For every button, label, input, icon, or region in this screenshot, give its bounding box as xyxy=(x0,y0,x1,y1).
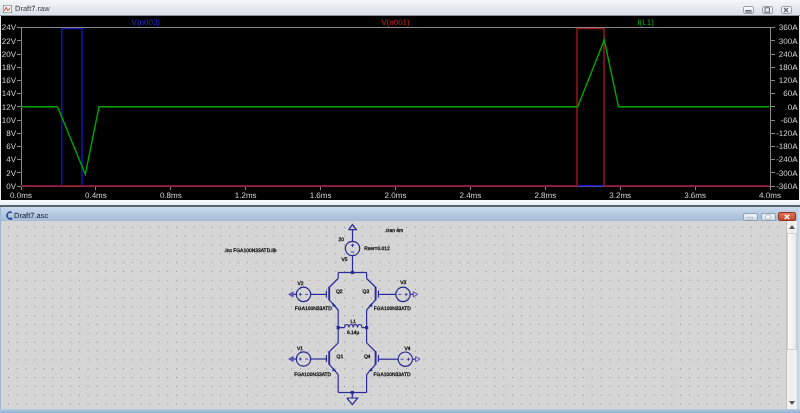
svg-text:4V: 4V xyxy=(6,155,16,164)
svg-text:.inc FGA100N33ATD.lib: .inc FGA100N33ATD.lib xyxy=(224,248,277,254)
svg-text:-180A: -180A xyxy=(776,142,798,151)
svg-text:Q2: Q2 xyxy=(336,289,343,295)
svg-text:2.8ms: 2.8ms xyxy=(534,191,556,200)
svg-text:3.2ms: 3.2ms xyxy=(609,191,631,200)
svg-text:-120A: -120A xyxy=(776,129,798,138)
svg-text:300A: 300A xyxy=(779,37,798,46)
svg-text:-240A: -240A xyxy=(776,155,798,164)
svg-text:FGA100N33ATD: FGA100N33ATD xyxy=(374,372,411,378)
svg-text:6V: 6V xyxy=(6,142,16,151)
svg-text:Q1: Q1 xyxy=(337,354,344,360)
svg-text:2V: 2V xyxy=(6,169,16,178)
svg-text:14V: 14V xyxy=(2,89,17,98)
svg-text:1.2ms: 1.2ms xyxy=(235,191,257,200)
svg-text:V(n001): V(n001) xyxy=(381,18,410,27)
svg-text:V1: V1 xyxy=(297,346,303,352)
svg-text:4.0ms: 4.0ms xyxy=(759,191,781,200)
svg-text:Rser=0.012: Rser=0.012 xyxy=(364,246,390,252)
svg-text:0.8ms: 0.8ms xyxy=(160,191,182,200)
svg-text:0.4ms: 0.4ms xyxy=(85,191,107,200)
svg-text:1.6ms: 1.6ms xyxy=(310,191,332,200)
svg-text:.tran 4m: .tran 4m xyxy=(385,228,403,234)
svg-text:0V: 0V xyxy=(6,182,16,191)
svg-text:-360A: -360A xyxy=(776,182,798,191)
svg-text:180A: 180A xyxy=(779,63,798,72)
svg-text:18V: 18V xyxy=(2,63,17,72)
svg-text:20: 20 xyxy=(339,237,345,243)
svg-text:-300A: -300A xyxy=(776,169,798,178)
svg-text:FGA100N33ATD: FGA100N33ATD xyxy=(374,306,411,312)
svg-text:2.4ms: 2.4ms xyxy=(460,191,482,200)
svg-text:24V: 24V xyxy=(2,23,17,32)
svg-text:I(L1): I(L1) xyxy=(637,18,654,27)
svg-text:V5: V5 xyxy=(341,257,347,263)
svg-text:10V: 10V xyxy=(2,116,17,125)
svg-text:V(n003): V(n003) xyxy=(132,18,161,27)
svg-text:240A: 240A xyxy=(779,50,798,59)
svg-text:Q3: Q3 xyxy=(363,289,370,295)
svg-text:FGA100N33ATD: FGA100N33ATD xyxy=(295,306,332,312)
svg-text:L1: L1 xyxy=(350,319,356,325)
svg-text:3.6ms: 3.6ms xyxy=(684,191,706,200)
svg-text:12V: 12V xyxy=(2,103,17,112)
svg-text:60A: 60A xyxy=(783,89,798,98)
svg-text:22V: 22V xyxy=(2,37,17,46)
svg-text:2.0ms: 2.0ms xyxy=(385,191,407,200)
svg-text:8V: 8V xyxy=(6,129,16,138)
svg-text:6.14µ: 6.14µ xyxy=(347,330,360,336)
svg-text:20V: 20V xyxy=(2,50,17,59)
svg-text:FGA100N33ATD: FGA100N33ATD xyxy=(294,372,331,378)
svg-text:0A: 0A xyxy=(788,103,798,112)
svg-text:V4: V4 xyxy=(404,346,410,352)
svg-text:360A: 360A xyxy=(779,23,798,32)
svg-text:16V: 16V xyxy=(2,76,17,85)
svg-text:0.0ms: 0.0ms xyxy=(10,191,32,200)
svg-text:120A: 120A xyxy=(779,76,798,85)
svg-text:Q4: Q4 xyxy=(364,354,371,360)
svg-text:-60A: -60A xyxy=(781,116,799,125)
svg-text:V3: V3 xyxy=(400,280,406,286)
svg-text:V2: V2 xyxy=(297,281,303,287)
